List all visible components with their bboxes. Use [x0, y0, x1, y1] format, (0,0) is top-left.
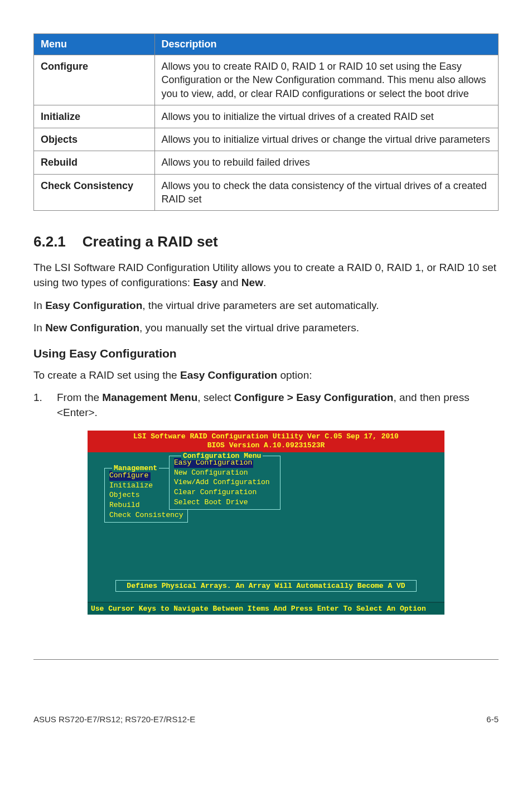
management-menu-title: Management: [112, 464, 159, 472]
text-bold: New: [241, 277, 263, 288]
text-run: , the virtual drive parameters are set a…: [142, 299, 379, 311]
bios-screenshot: LSI Software RAID Configuration Utility …: [88, 431, 444, 615]
text-run: In: [33, 299, 45, 311]
text-run: , you manually set the virtual drive par…: [139, 322, 359, 334]
cell-desc: Allows you to initialize the virtual dri…: [154, 105, 498, 128]
section-paragraph: In New Configuration, you manually set t…: [33, 321, 499, 336]
subsection-heading: Using Easy Configuration: [33, 347, 499, 360]
table-row: Configure Allows you to create RAID 0, R…: [34, 55, 499, 105]
menu-description-table: Menu Description Configure Allows you to…: [33, 33, 499, 211]
table-row: Objects Allows you to initialize virtual…: [34, 128, 499, 151]
cell-menu: Initialize: [34, 105, 155, 128]
section-paragraph: In Easy Configuration, the virtual drive…: [33, 298, 499, 313]
text-bold: Configure > Easy Configuration: [234, 392, 394, 403]
text-run: In: [33, 322, 45, 334]
text-run: From the: [57, 392, 102, 403]
management-item-check-consistency[interactable]: Check Consistency: [109, 510, 183, 520]
footer-product: ASUS RS720-E7/RS12; RS720-E7/RS12-E: [33, 714, 195, 724]
bios-header-line1: LSI Software RAID Configuration Utility …: [88, 432, 444, 442]
footer-page-number: 6-5: [486, 714, 499, 724]
text-run: , select: [197, 392, 234, 403]
bios-header: LSI Software RAID Configuration Utility …: [88, 431, 444, 453]
ordered-step: 1. From the Management Menu, select Conf…: [33, 390, 499, 420]
bios-footer-help: Use Cursor Keys to Navigate Between Item…: [88, 603, 444, 615]
page-footer: ASUS RS720-E7/RS12; RS720-E7/RS12-E 6-5: [33, 710, 499, 724]
text-bold: Easy: [193, 277, 217, 288]
config-item-new[interactable]: New Configuration: [174, 468, 275, 478]
cell-desc: Allows you to rebuild failed drives: [154, 151, 498, 174]
subsection-intro: To create a RAID set using the Easy Conf…: [33, 368, 499, 383]
configuration-menu[interactable]: Easy Configuration New Configuration Vie…: [169, 456, 280, 510]
section-paragraph: The LSI Software RAID Configuration Util…: [33, 260, 499, 290]
section-title: Creating a RAID set: [83, 233, 218, 250]
step-text: From the Management Menu, select Configu…: [57, 390, 499, 420]
th-menu: Menu: [34, 34, 155, 55]
cell-menu: Check Consistency: [34, 174, 155, 211]
cell-desc: Allows you to initialize virtual drives …: [154, 128, 498, 151]
text-bold: Easy Configuration: [45, 299, 142, 311]
cell-menu: Rebuild: [34, 151, 155, 174]
text-bold: Easy Configuration: [180, 369, 277, 381]
cell-menu: Objects: [34, 128, 155, 151]
text-run: option:: [277, 369, 312, 381]
text-bold: New Configuration: [45, 322, 139, 334]
table-row: Initialize Allows you to initialize the …: [34, 105, 499, 128]
text-run: and: [218, 277, 241, 288]
bios-status-bar: Defines Physical Arrays. An Array Will A…: [115, 580, 417, 592]
configuration-menu-title: Configuration Menu: [181, 452, 263, 460]
text-run: To create a RAID set using the: [33, 369, 180, 381]
footer-rule: [33, 659, 499, 660]
bios-header-line2: BIOS Version A.10.09231523R: [88, 441, 444, 451]
config-item-view-add[interactable]: View/Add Configuration: [174, 477, 275, 487]
section-number: 6.2.1: [33, 233, 66, 250]
config-item-clear[interactable]: Clear Configuration: [174, 487, 275, 497]
cell-menu: Configure: [34, 55, 155, 105]
cell-desc: Allows you to create RAID 0, RAID 1 or R…: [154, 55, 498, 105]
cell-desc: Allows you to check the data consistency…: [154, 174, 498, 211]
step-number: 1.: [33, 390, 57, 420]
th-description: Description: [154, 34, 498, 55]
bios-body: Management Configure Initialize Objects …: [88, 452, 444, 603]
table-row: Check Consistency Allows you to check th…: [34, 174, 499, 211]
section-heading: 6.2.1Creating a RAID set: [33, 233, 499, 250]
table-row: Rebuild Allows you to rebuild failed dri…: [34, 151, 499, 174]
text-run: .: [263, 277, 266, 288]
config-item-select-boot[interactable]: Select Boot Drive: [174, 497, 275, 508]
text-bold: Management Menu: [102, 392, 197, 403]
